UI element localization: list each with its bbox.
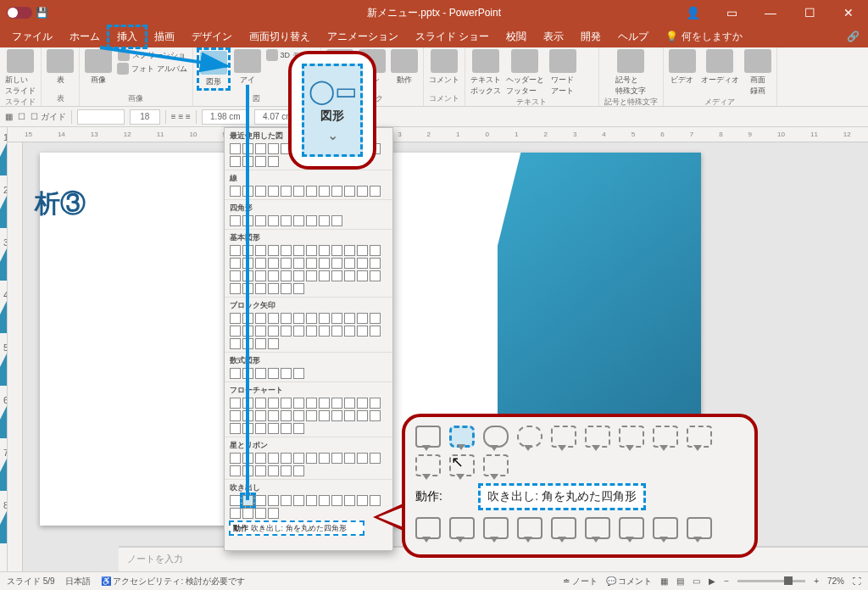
shape-option[interactable] bbox=[331, 186, 342, 197]
shape-option[interactable] bbox=[230, 508, 241, 519]
shape-option[interactable] bbox=[268, 398, 279, 409]
font-size-field[interactable]: 18 bbox=[130, 109, 160, 125]
shape-option[interactable] bbox=[281, 313, 292, 324]
shape-option[interactable] bbox=[331, 258, 342, 269]
comments-toggle[interactable]: 💬 コメント bbox=[606, 576, 653, 587]
action-button-shape[interactable] bbox=[517, 517, 542, 539]
shape-option[interactable] bbox=[319, 258, 330, 269]
shape-option[interactable] bbox=[357, 453, 368, 464]
shape-option[interactable] bbox=[230, 215, 241, 226]
zoom-level[interactable]: 72% bbox=[827, 576, 844, 586]
shape-option[interactable] bbox=[268, 215, 279, 226]
autosave-toggle[interactable]: 💾 bbox=[7, 7, 48, 19]
shape-option[interactable] bbox=[281, 423, 292, 434]
shape-option[interactable] bbox=[306, 313, 317, 324]
shape-option[interactable] bbox=[255, 186, 266, 197]
shape-option[interactable] bbox=[255, 398, 266, 409]
shape-option[interactable] bbox=[268, 313, 279, 324]
shape-option[interactable] bbox=[306, 326, 317, 337]
shape-option[interactable] bbox=[319, 495, 330, 506]
shape-option[interactable] bbox=[293, 453, 304, 464]
shape-option[interactable] bbox=[281, 326, 292, 337]
shape-option[interactable] bbox=[268, 156, 279, 167]
shape-option[interactable] bbox=[230, 465, 241, 476]
action-button[interactable]: 動作 bbox=[391, 49, 418, 86]
shape-option[interactable] bbox=[370, 410, 381, 421]
shape-option[interactable] bbox=[344, 270, 355, 281]
shape-option[interactable] bbox=[268, 465, 279, 476]
action-button-shape[interactable] bbox=[619, 517, 644, 539]
shape-option[interactable] bbox=[293, 186, 304, 197]
shape-option[interactable] bbox=[293, 270, 304, 281]
shape-option[interactable] bbox=[281, 398, 292, 409]
tab-transitions[interactable]: 画面切り替え bbox=[241, 26, 319, 47]
shape-option[interactable] bbox=[331, 313, 342, 324]
shape-option[interactable] bbox=[230, 495, 241, 506]
shape-option[interactable] bbox=[331, 398, 342, 409]
action-button-shape[interactable] bbox=[687, 517, 712, 539]
shape-option[interactable] bbox=[344, 326, 355, 337]
shape-option[interactable] bbox=[268, 495, 279, 506]
shape-option[interactable] bbox=[357, 495, 368, 506]
shape-option[interactable] bbox=[230, 453, 241, 464]
shape-option[interactable] bbox=[344, 258, 355, 269]
tab-help[interactable]: ヘルプ bbox=[609, 26, 657, 47]
shape-option[interactable] bbox=[281, 465, 292, 476]
comment-button[interactable]: コメント bbox=[429, 49, 459, 86]
shape-option[interactable] bbox=[268, 338, 279, 349]
shape-option[interactable] bbox=[255, 410, 266, 421]
shape-option[interactable] bbox=[230, 326, 241, 337]
shape-option[interactable] bbox=[268, 423, 279, 434]
shape-option[interactable] bbox=[331, 326, 342, 337]
shape-option[interactable] bbox=[230, 283, 241, 294]
minimize-button[interactable]: — bbox=[751, 0, 790, 25]
shape-option[interactable] bbox=[230, 398, 241, 409]
table-button[interactable]: 表 bbox=[47, 49, 74, 86]
shape-option[interactable] bbox=[230, 156, 241, 167]
shape-option[interactable] bbox=[306, 245, 317, 256]
shape-option[interactable] bbox=[268, 453, 279, 464]
shape-option[interactable] bbox=[370, 186, 381, 197]
shape-option[interactable] bbox=[255, 270, 266, 281]
shape-option[interactable] bbox=[255, 143, 266, 154]
callout-shape-cloud[interactable] bbox=[517, 426, 542, 448]
action-button-shape[interactable] bbox=[585, 517, 610, 539]
shape-option[interactable] bbox=[306, 410, 317, 421]
view-icon[interactable]: ▦ bbox=[5, 112, 13, 121]
outline-icon[interactable]: ☐ bbox=[18, 112, 25, 121]
shape-option[interactable] bbox=[306, 215, 317, 226]
shape-option[interactable] bbox=[230, 368, 241, 379]
textbox-button[interactable]: テキスト ボックス bbox=[470, 49, 501, 97]
shape-option[interactable] bbox=[331, 453, 342, 464]
shape-option[interactable] bbox=[293, 245, 304, 256]
tab-insert[interactable]: 挿入 bbox=[108, 26, 146, 47]
shape-option[interactable] bbox=[306, 495, 317, 506]
shape-option[interactable] bbox=[319, 313, 330, 324]
video-button[interactable]: ビデオ bbox=[669, 49, 696, 86]
shape-option[interactable] bbox=[370, 398, 381, 409]
shape-option[interactable] bbox=[319, 186, 330, 197]
shape-option[interactable] bbox=[281, 283, 292, 294]
tab-slideshow[interactable]: スライド ショー bbox=[407, 26, 498, 47]
shape-option[interactable] bbox=[357, 398, 368, 409]
shape-option[interactable] bbox=[268, 143, 279, 154]
tab-file[interactable]: ファイル bbox=[3, 26, 61, 47]
shape-option[interactable] bbox=[268, 258, 279, 269]
shape-option[interactable] bbox=[255, 215, 266, 226]
shape-option[interactable] bbox=[357, 270, 368, 281]
shape-option[interactable] bbox=[230, 338, 241, 349]
language-indicator[interactable]: 日本語 bbox=[65, 576, 91, 587]
shape-option[interactable] bbox=[293, 398, 304, 409]
shape-option[interactable] bbox=[331, 245, 342, 256]
shape-option[interactable] bbox=[230, 270, 241, 281]
tab-developer[interactable]: 開発 bbox=[572, 26, 609, 47]
symbols-button[interactable]: 記号と 特殊文字 bbox=[615, 49, 646, 97]
shape-option[interactable] bbox=[357, 313, 368, 324]
screen-recording-button[interactable]: 画面 録画 bbox=[744, 49, 771, 97]
zoom-slider[interactable] bbox=[737, 580, 805, 582]
shape-option[interactable] bbox=[319, 270, 330, 281]
shape-option[interactable] bbox=[293, 465, 304, 476]
shape-option[interactable] bbox=[255, 283, 266, 294]
shape-option[interactable] bbox=[293, 326, 304, 337]
callout-shape-line1[interactable] bbox=[551, 426, 576, 448]
